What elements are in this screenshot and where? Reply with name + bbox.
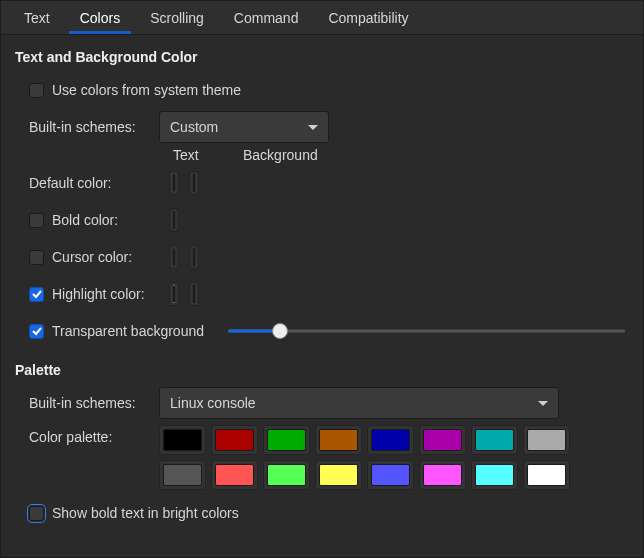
palette-color-11[interactable]: [319, 464, 358, 486]
palette-color-6[interactable]: [475, 429, 514, 451]
tab-compatibility[interactable]: Compatibility: [313, 1, 423, 34]
use-system-theme-checkbox[interactable]: Use colors from system theme: [29, 82, 241, 98]
cursor-text-color-button: [173, 248, 175, 266]
chevron-down-icon: [538, 401, 548, 406]
palette-color-0[interactable]: [163, 429, 202, 451]
column-header-text: Text: [173, 147, 231, 163]
palette-color-13[interactable]: [423, 464, 462, 486]
palette-schemes-label: Built-in schemes:: [29, 395, 159, 411]
highlight-bg-color-button[interactable]: [193, 285, 195, 303]
palette-color-9[interactable]: [215, 464, 254, 486]
palette-color-8[interactable]: [163, 464, 202, 486]
panel-colors: Text and Background Color Use colors fro…: [1, 35, 643, 549]
highlight-text-color-button[interactable]: [173, 285, 175, 303]
transparent-bg-label: Transparent background: [52, 323, 204, 339]
palette-color-5[interactable]: [423, 429, 462, 451]
palette-color-10[interactable]: [267, 464, 306, 486]
palette-color-14[interactable]: [475, 464, 514, 486]
column-header-background: Background: [243, 147, 323, 163]
bold-color-checkbox[interactable]: Bold color:: [29, 212, 118, 228]
palette-color-2[interactable]: [267, 429, 306, 451]
highlight-color-label: Highlight color:: [52, 286, 145, 302]
transparent-bg-checkbox[interactable]: Transparent background: [29, 323, 204, 339]
tab-scrolling[interactable]: Scrolling: [135, 1, 219, 34]
color-scheme-combo[interactable]: Custom: [159, 111, 329, 143]
highlight-color-checkbox[interactable]: Highlight color:: [29, 286, 145, 302]
palette-color-3[interactable]: [319, 429, 358, 451]
builtin-schemes-label: Built-in schemes:: [29, 119, 159, 135]
tab-text[interactable]: Text: [9, 1, 65, 34]
use-system-theme-label: Use colors from system theme: [52, 82, 241, 98]
tab-bar: Text Colors Scrolling Command Compatibil…: [1, 1, 643, 35]
cursor-color-checkbox[interactable]: Cursor color:: [29, 249, 132, 265]
palette-color-12[interactable]: [371, 464, 410, 486]
show-bold-bright-checkbox[interactable]: Show bold text in bright colors: [29, 505, 239, 521]
palette-color-7[interactable]: [527, 429, 566, 451]
default-text-color-button[interactable]: [173, 174, 175, 192]
default-bg-color-button[interactable]: [193, 174, 195, 192]
show-bold-bright-label: Show bold text in bright colors: [52, 505, 239, 521]
palette-color-4[interactable]: [371, 429, 410, 451]
palette-scheme-combo[interactable]: Linux console: [159, 387, 559, 419]
section-heading-palette: Palette: [15, 362, 629, 378]
transparency-slider[interactable]: [228, 321, 625, 341]
palette-scheme-value: Linux console: [170, 395, 256, 411]
tab-colors[interactable]: Colors: [65, 1, 135, 34]
bold-color-button: [173, 211, 175, 229]
bold-color-label: Bold color:: [52, 212, 118, 228]
color-scheme-value: Custom: [170, 119, 218, 135]
section-heading-text-bg: Text and Background Color: [15, 49, 629, 65]
cursor-color-label: Cursor color:: [52, 249, 132, 265]
cursor-bg-color-button: [193, 248, 195, 266]
palette-grid: [159, 425, 570, 490]
color-palette-label: Color palette:: [29, 423, 159, 445]
chevron-down-icon: [308, 125, 318, 130]
palette-color-1[interactable]: [215, 429, 254, 451]
tab-command[interactable]: Command: [219, 1, 314, 34]
palette-color-15[interactable]: [527, 464, 566, 486]
default-color-label: Default color:: [29, 175, 169, 191]
